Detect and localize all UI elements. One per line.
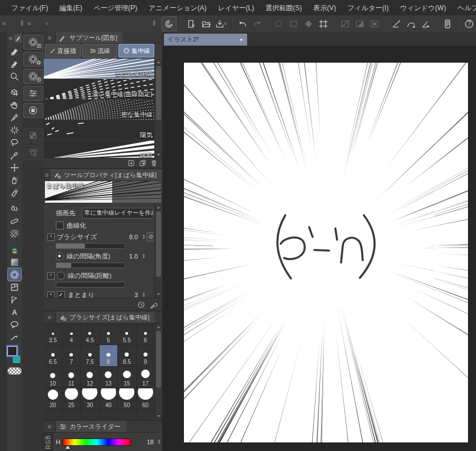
panel-menu-icon[interactable]: ≡ — [44, 421, 56, 432]
subtool-tab-集中線[interactable]: 集中線 — [118, 44, 154, 58]
transparent-color-button[interactable] — [7, 367, 22, 375]
brush-size-cell-hidden[interactable] — [137, 410, 155, 420]
scroll-thumb[interactable] — [156, 331, 161, 388]
hue-slider-marker[interactable] — [65, 446, 70, 449]
panel-menu-icon[interactable]: ≡ — [44, 169, 50, 181]
new-document-icon[interactable] — [184, 17, 198, 31]
rgb-mode-tab[interactable]: RGB — [44, 433, 53, 451]
brush-size-scrollbar[interactable]: ▲ ▼ — [154, 323, 162, 420]
brush-size-cell-11[interactable]: 11 — [63, 367, 81, 388]
gap-distance-slider[interactable] — [56, 282, 125, 288]
scroll-up-icon[interactable]: ▲ — [155, 59, 162, 65]
auto-select-tool[interactable] — [8, 124, 21, 136]
tone-mesh-tool[interactable] — [8, 227, 21, 240]
move-layer-tool[interactable] — [8, 161, 21, 174]
curve-checkbox[interactable] — [56, 222, 64, 229]
selection-lasso-tool[interactable] — [8, 136, 21, 149]
tool-property-scrollbar[interactable]: ▲ ▼ — [154, 204, 162, 298]
brush-size-cell-7.5[interactable]: 7.5 — [81, 345, 100, 367]
gap-angle-slider[interactable] — [56, 263, 125, 268]
panel-menu-icon[interactable]: ≡ — [44, 311, 56, 323]
brush-size-cell-50[interactable]: 50 — [118, 388, 137, 410]
decoration-tool[interactable] — [8, 243, 21, 256]
brush-size-cell-hidden[interactable] — [63, 410, 81, 420]
menu-item[interactable]: ページ管理(P) — [88, 1, 143, 15]
crop-frame-icon[interactable] — [317, 17, 330, 31]
brush-size-cell-4.5[interactable]: 4.5 — [81, 323, 100, 345]
menu-item[interactable]: 表示(V) — [307, 1, 342, 15]
snap-ruler-icon[interactable] — [389, 17, 403, 31]
menu-item[interactable]: ウィンドウ(W) — [395, 1, 452, 15]
brush-size-cell-5.5[interactable]: 5.5 — [118, 323, 137, 345]
scroll-up-icon[interactable]: ▲ — [155, 323, 162, 330]
tool-property-dock-icon[interactable] — [23, 52, 43, 67]
group-checkbox[interactable]: ✓ — [57, 291, 65, 298]
pen-tool[interactable] — [8, 111, 21, 124]
gap-angle-radio[interactable] — [56, 252, 64, 260]
pane-divider-icon2[interactable]: ‖ — [153, 18, 155, 29]
subtool-item-まばら集中線[interactable]: まばら集中線 — [44, 59, 155, 79]
gradient-tool[interactable] — [8, 256, 21, 268]
collapse-left-icon2[interactable]: « — [27, 18, 31, 29]
menu-item[interactable]: ヘルプ(H) — [452, 1, 476, 15]
scroll-down-icon[interactable]: ▼ — [155, 413, 162, 420]
brush-size-cell-10[interactable]: 10 — [44, 367, 63, 388]
snap-special-ruler-icon[interactable] — [404, 17, 418, 31]
brush-size-cell-8[interactable]: 8 — [100, 345, 118, 367]
pen-header-icon[interactable] — [14, 34, 22, 43]
palette-menu-icon[interactable]: ≡ — [7, 35, 14, 42]
text-tool[interactable]: A — [8, 306, 21, 318]
brush-size-cell-15[interactable]: 15 — [118, 367, 137, 388]
brush-size-cell-7[interactable]: 7 — [63, 345, 81, 367]
brush-size-cell-hidden[interactable] — [118, 410, 137, 420]
collapse-left-icon[interactable]: « — [2, 18, 6, 29]
brush-size-cell-17[interactable]: 17 — [137, 367, 155, 388]
menu-item[interactable]: 選択範囲(S) — [260, 1, 307, 15]
subtool-item-陽気[interactable]: 陽気 — [44, 120, 155, 141]
brush-size-cell-20[interactable]: 20 — [44, 388, 63, 410]
scroll-thumb[interactable] — [156, 66, 161, 120]
document-canvas[interactable] — [184, 63, 468, 442]
save-icon[interactable]: ∨ — [214, 17, 228, 31]
background-color-swatch[interactable] — [12, 355, 21, 364]
brush-size-cell-hidden[interactable] — [81, 410, 100, 420]
brush-size-cell-4[interactable]: 4 — [63, 323, 81, 345]
airbrush-tool[interactable] — [8, 174, 21, 186]
help-icon[interactable]: ? — [462, 17, 476, 31]
hand-tool[interactable] — [8, 99, 21, 111]
expand-toggle-icon[interactable]: + — [47, 292, 55, 298]
lock-icon[interactable] — [45, 181, 52, 188]
delete-subtool-icon[interactable] — [150, 159, 158, 167]
eyedropper-tool[interactable] — [8, 149, 21, 161]
brush-size-cell-60[interactable]: 60 — [137, 388, 155, 410]
undo-icon[interactable] — [236, 17, 249, 31]
marker-bottle-tool[interactable] — [8, 186, 21, 199]
subtool-tab-直接描[interactable]: 直接描 — [45, 44, 81, 58]
wrench-settings-icon[interactable] — [150, 301, 158, 309]
no-pressure-icon[interactable]: ⊘ — [146, 232, 155, 241]
blend-tool[interactable] — [8, 202, 21, 215]
subtool-tab-流線[interactable]: 流線 — [82, 44, 118, 58]
brush-size-cell-30[interactable]: 30 — [81, 388, 100, 410]
tool-property-title-tab[interactable]: ツールプロパティ[まばら集中線] — [50, 169, 162, 181]
operation-tool[interactable] — [8, 86, 21, 99]
brush-size-cell-5[interactable]: 5 — [100, 323, 118, 345]
chevron-down-icon[interactable]: ∨ — [224, 21, 227, 26]
brush-tool[interactable] — [8, 58, 21, 70]
brush-size-cell-9[interactable]: 9 — [137, 345, 155, 367]
brush-size-title-tab[interactable]: ブラシサイズ[まばら集中線] — [56, 311, 155, 323]
gap-distance-radio[interactable] — [57, 272, 65, 280]
brush-size-cell-6[interactable]: 6 — [137, 323, 155, 345]
color-set-dock-icon[interactable] — [23, 103, 43, 118]
brush-size-cell-25[interactable]: 25 — [63, 388, 81, 410]
menu-item[interactable]: 編集(E) — [54, 1, 88, 15]
snap-grid-icon[interactable] — [419, 17, 433, 31]
tablet-mode-icon[interactable] — [441, 17, 454, 31]
brush-size-cell-8.5[interactable]: 8.5 — [118, 345, 137, 367]
subtool-panel-title-tab[interactable]: サブツール[図形] — [56, 32, 123, 43]
reset-settings-icon[interactable] — [137, 301, 145, 309]
color-slider-dock-icon[interactable] — [23, 86, 43, 101]
scroll-thumb[interactable] — [156, 211, 161, 277]
clip-studio-icon[interactable] — [162, 17, 177, 31]
collapse-small-icon[interactable]: ‹ — [46, 18, 48, 29]
